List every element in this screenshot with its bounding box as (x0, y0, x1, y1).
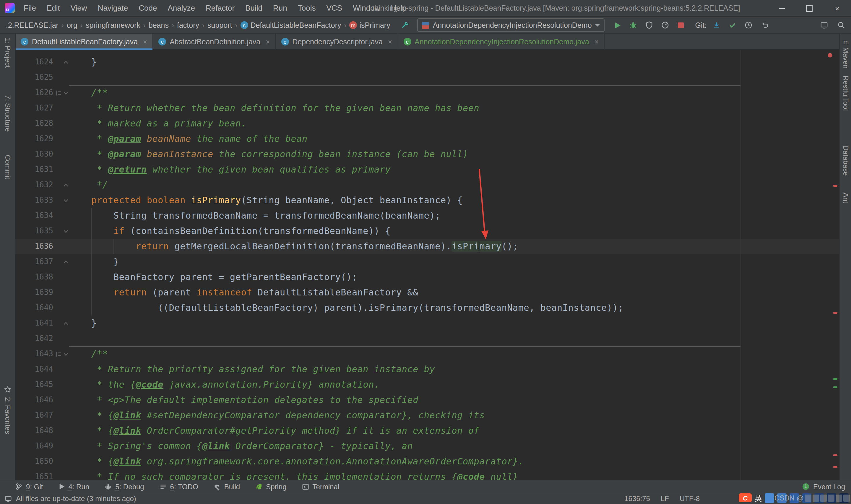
breadcrumb-item-org[interactable]: org (66, 21, 78, 29)
tab-dependencydescriptor[interactable]: cDependencyDescriptor.java× (276, 34, 398, 50)
toolwindow-button-build[interactable]: Build (214, 482, 240, 491)
vcs-status-message[interactable]: All files are up-to-date (3 minutes ago) (16, 494, 136, 503)
breadcrumb-item--2-release-jar[interactable]: .2.RELEASE.jar (5, 21, 60, 29)
editor-line[interactable]: 1643 /** (15, 346, 839, 362)
menu-file[interactable]: File (18, 0, 41, 16)
line-number[interactable]: 1646 (15, 392, 53, 408)
close-icon[interactable]: × (388, 37, 392, 46)
debug-button[interactable] (630, 21, 637, 29)
editor-line[interactable]: 1632 */ (15, 177, 839, 193)
run-configuration-select[interactable]: AnnotationDependencyInjectionResolutionD… (418, 18, 605, 32)
minimize-button[interactable] (768, 0, 795, 17)
sidebar-item-database[interactable]: Database (841, 145, 850, 176)
fold-end-icon[interactable] (62, 59, 69, 66)
commit-button[interactable] (728, 21, 736, 29)
editor-line[interactable]: 1644 * Return the priority assigned for … (15, 362, 839, 377)
editor-line[interactable]: 1633 protected boolean isPrimary(String … (15, 193, 839, 208)
menu-vcs[interactable]: VCS (321, 0, 347, 16)
line-number[interactable]: 1648 (15, 423, 53, 438)
menu-build[interactable]: Build (240, 0, 268, 16)
editor-line[interactable]: 1627 * Return whether the bean definitio… (15, 101, 839, 116)
tab-defaultlistablebeanfactory[interactable]: cDefaultListableBeanFactory.java× (15, 34, 153, 50)
fold-start-icon[interactable] (62, 228, 69, 235)
tray-icon[interactable] (765, 493, 774, 503)
line-number[interactable]: 1644 (15, 362, 53, 377)
history-button[interactable] (744, 21, 752, 29)
menu-run[interactable]: Run (268, 0, 292, 16)
inspections-indicator-icon[interactable] (827, 53, 833, 58)
line-number[interactable]: 1634 (15, 208, 53, 223)
editor-line[interactable]: 1647 * {@link #setDependencyComparator d… (15, 408, 839, 423)
editor-line[interactable]: 1626 /** (15, 85, 839, 101)
sidebar-item-restfultool[interactable]: RestfulTool (841, 76, 850, 111)
search-everywhere-button[interactable] (837, 21, 845, 29)
editor-line[interactable]: 1641 } (15, 316, 839, 331)
menu-analyze[interactable]: Analyze (162, 0, 200, 16)
breadcrumb-item-isprimary[interactable]: misPrimary (348, 21, 392, 29)
sidebar-item-7-structure[interactable]: 7: Structure (3, 95, 12, 132)
coverage-button[interactable] (646, 21, 653, 29)
line-number[interactable]: 1640 (15, 300, 53, 316)
menu-tools[interactable]: Tools (292, 0, 321, 16)
editor-line[interactable]: 1625 (15, 70, 839, 85)
line-number[interactable]: 1647 (15, 408, 53, 423)
line-number[interactable]: 1649 (15, 438, 53, 454)
line-number[interactable]: 1635 (15, 223, 53, 239)
editor-line[interactable]: 1645 * the {@code javax.annotation.Prior… (15, 377, 839, 392)
line-number[interactable]: 1628 (15, 116, 53, 131)
editor-line[interactable]: 1639 return (parent instanceof DefaultLi… (15, 285, 839, 300)
wrench-icon[interactable] (401, 21, 409, 29)
toolwindow-button-9-git[interactable]: 9: Git (15, 482, 43, 491)
line-number[interactable]: 1639 (15, 285, 53, 300)
menu-edit[interactable]: Edit (41, 0, 65, 16)
line-number[interactable]: 1650 (15, 454, 53, 469)
sidebar-item-2-favorites[interactable]: 2: Favorites (3, 397, 12, 434)
fold-start-icon[interactable] (62, 351, 69, 358)
line-number[interactable]: 1633 (15, 193, 53, 208)
line-number[interactable]: 1625 (15, 70, 53, 85)
fold-start-icon[interactable] (62, 90, 69, 96)
toolwindow-button-6-todo[interactable]: 6: TODO (160, 482, 198, 491)
close-button[interactable]: × (823, 0, 851, 17)
editor-line[interactable]: 1629 * @param beanName the name of the b… (15, 131, 839, 146)
run-button[interactable] (614, 22, 621, 29)
close-icon[interactable]: × (595, 37, 599, 46)
doc-comment-icon[interactable] (56, 351, 62, 358)
editor-line[interactable]: 1631 * @return whether the given bean qu… (15, 162, 839, 177)
breadcrumb-item-defaultlistablebeanfactory[interactable]: cDefaultListableBeanFactory (239, 21, 342, 29)
breadcrumb-item-support[interactable]: support (206, 21, 233, 29)
editor-line[interactable]: 1636 return getMergedLocalBeanDefinition… (15, 239, 839, 254)
line-number[interactable]: 1636 (15, 239, 53, 254)
editor-line[interactable]: 1642 (15, 331, 839, 346)
code-editor[interactable]: 1624 }16251626 /**1627 * Return whether … (15, 50, 839, 480)
breadcrumb-item-beans[interactable]: beans (147, 21, 170, 29)
toolwindow-button-5-debug[interactable]: 5: Debug (105, 482, 144, 491)
event-log-button[interactable]: 1 Event Log (802, 482, 845, 491)
line-number[interactable]: 1642 (15, 331, 53, 346)
menu-refactor[interactable]: Refactor (200, 0, 240, 16)
line-ending-widget[interactable]: LF (661, 494, 669, 503)
tab-abstractbeandefinition[interactable]: cAbstractBeanDefinition.java× (153, 34, 276, 50)
line-number[interactable]: 1626 (15, 85, 53, 101)
update-project-button[interactable] (712, 21, 720, 29)
layout-button[interactable] (820, 21, 828, 29)
close-icon[interactable]: × (266, 37, 270, 46)
fold-start-icon[interactable] (62, 197, 69, 204)
line-number[interactable]: 1629 (15, 131, 53, 146)
editor-line[interactable]: 1648 * {@link OrderComparator#getPriorit… (15, 423, 839, 438)
menu-view[interactable]: View (65, 0, 92, 16)
fold-end-icon[interactable] (62, 320, 69, 327)
toolwindow-button-terminal[interactable]: Terminal (302, 482, 340, 491)
line-number[interactable]: 1631 (15, 162, 53, 177)
line-number[interactable]: 1638 (15, 269, 53, 285)
line-number[interactable]: 1651 (15, 469, 53, 480)
ime-indicator[interactable]: 英 (755, 493, 762, 503)
line-number[interactable]: 1630 (15, 146, 53, 162)
sidebar-item-commit[interactable]: Commit (3, 155, 12, 179)
breadcrumb-item-factory[interactable]: factory (176, 21, 200, 29)
editor-line[interactable]: 1637 } (15, 254, 839, 269)
maximize-button[interactable] (795, 0, 823, 17)
toolwindow-button-4-run[interactable]: 4: Run (58, 482, 89, 491)
editor-line[interactable]: 1649 * Spring's common {@link OrderCompa… (15, 438, 839, 454)
editor-line[interactable]: 1640 ((DefaultListableBeanFactory) paren… (15, 300, 839, 316)
